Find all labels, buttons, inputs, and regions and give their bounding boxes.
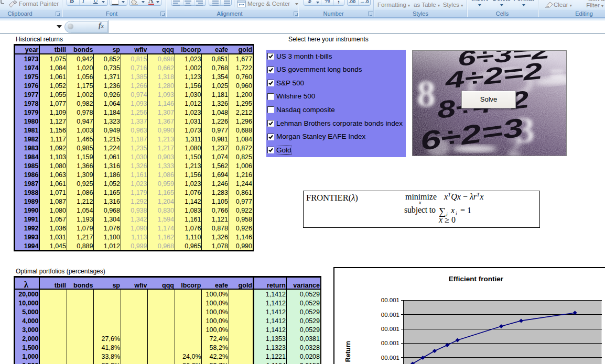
svg-text:1,156: 1,156 (50, 127, 66, 134)
svg-text:1,465: 1,465 (77, 136, 93, 143)
svg-text:gold: gold (239, 282, 252, 289)
svg-text:1,1412: 1,1412 (266, 326, 286, 334)
svg-text:1,071: 1,071 (50, 189, 66, 196)
svg-text:100,0%: 100,0% (206, 308, 228, 316)
svg-text:1,023: 1,023 (131, 180, 147, 187)
svg-text:1,311: 1,311 (185, 136, 201, 143)
svg-text:1,200: 1,200 (236, 91, 252, 98)
svg-text:1,110: 1,110 (185, 234, 201, 241)
svg-text:42,2%: 42,2% (210, 353, 228, 360)
svg-text:100,0%: 100,0% (206, 300, 228, 307)
svg-text:0,872: 0,872 (236, 145, 252, 152)
svg-text:1991: 1991 (24, 216, 39, 223)
svg-text:1,256: 1,256 (131, 109, 147, 116)
svg-text:0,500: 0,500 (22, 362, 38, 364)
svg-text:1976: 1976 (24, 82, 39, 90)
svg-text:1,076: 1,076 (185, 225, 201, 232)
svg-text:1,280: 1,280 (158, 82, 174, 90)
svg-text:x: x (450, 206, 455, 215)
svg-text:eafe: eafe (215, 282, 228, 289)
svg-text:x ≥ 0: x ≥ 0 (438, 215, 456, 224)
svg-text:0,960: 0,960 (236, 82, 252, 90)
svg-text:Return: Return (344, 341, 352, 362)
svg-text:1,064: 1,064 (104, 100, 120, 107)
svg-text:1,074: 1,074 (212, 153, 228, 161)
svg-text:1,337: 1,337 (131, 118, 147, 125)
svg-text:1,1323: 1,1323 (266, 344, 286, 351)
svg-text:0,968: 0,968 (158, 242, 174, 250)
svg-text:0,830: 0,830 (158, 207, 174, 214)
svg-text:1,127: 1,127 (50, 118, 66, 125)
svg-text:1984: 1984 (24, 153, 39, 161)
svg-text:0,999: 0,999 (131, 242, 147, 250)
svg-text:1983: 1983 (24, 145, 39, 152)
svg-text:0,922: 0,922 (236, 207, 252, 214)
svg-text:2,212: 2,212 (236, 109, 252, 116)
svg-text:1,342: 1,342 (131, 216, 147, 223)
svg-text:1,076: 1,076 (185, 189, 201, 196)
svg-text:1,103: 1,103 (50, 153, 66, 161)
svg-text:00.001: 00.001 (381, 326, 399, 332)
svg-text:1,121: 1,121 (212, 216, 228, 223)
svg-text:0,688: 0,688 (236, 127, 252, 134)
svg-text:2,000: 2,000 (22, 335, 38, 343)
svg-text:1,385: 1,385 (131, 73, 147, 81)
svg-text:1,213: 1,213 (185, 162, 201, 170)
svg-text:1,025: 1,025 (212, 82, 228, 90)
svg-text:1,1221: 1,1221 (266, 353, 286, 360)
svg-text:58,2%: 58,2% (210, 344, 228, 351)
svg-text:1,594: 1,594 (158, 216, 174, 223)
svg-text:1,084: 1,084 (50, 64, 66, 72)
svg-text:1,161: 1,161 (185, 216, 201, 223)
svg-text:1,307: 1,307 (158, 109, 174, 116)
svg-text:1,500: 1,500 (22, 344, 38, 351)
svg-text:1,283: 1,283 (212, 189, 228, 196)
svg-text:1,092: 1,092 (50, 145, 66, 152)
svg-text:00.001: 00.001 (381, 355, 399, 361)
svg-text:1,296: 1,296 (236, 118, 252, 125)
svg-text:1,186: 1,186 (104, 171, 120, 179)
svg-text:1,184: 1,184 (104, 109, 120, 116)
svg-text:1,215: 1,215 (104, 136, 120, 143)
svg-text:1,217: 1,217 (158, 145, 174, 152)
svg-text:1,146: 1,146 (158, 100, 174, 107)
svg-text:1987: 1987 (24, 180, 39, 187)
svg-text:1,023: 1,023 (185, 56, 201, 63)
svg-text:1,002: 1,002 (77, 91, 93, 98)
svg-text:1,093: 1,093 (131, 100, 147, 107)
svg-text:1,212: 1,212 (77, 198, 93, 205)
svg-text:1,174: 1,174 (158, 225, 174, 232)
svg-text:0,947: 0,947 (77, 118, 93, 125)
svg-text:1,677: 1,677 (236, 56, 252, 63)
svg-text:gold: gold (239, 46, 252, 53)
svg-text:1,012: 1,012 (104, 242, 120, 250)
svg-text:1,075: 1,075 (50, 56, 66, 63)
svg-text:1,100: 1,100 (104, 234, 120, 241)
svg-text:1979: 1979 (24, 109, 39, 116)
svg-text:1,086: 1,086 (158, 171, 174, 179)
svg-text:39,7%: 39,7% (210, 362, 228, 364)
svg-text:41,8%: 41,8% (102, 344, 120, 351)
svg-text:1,371: 1,371 (104, 73, 120, 81)
svg-text:1,061: 1,061 (50, 73, 66, 81)
svg-text:72,4%: 72,4% (210, 335, 228, 343)
svg-text:1,367: 1,367 (158, 118, 174, 125)
svg-text:tbill: tbill (55, 46, 66, 53)
svg-text:1,093: 1,093 (158, 91, 174, 98)
svg-text:1,000: 1,000 (22, 353, 38, 360)
svg-text:1,142: 1,142 (185, 198, 201, 205)
svg-text:wfiv: wfiv (134, 46, 147, 53)
svg-text:5,000: 5,000 (22, 308, 38, 316)
svg-text:1,562: 1,562 (212, 162, 228, 170)
svg-text:0,903: 0,903 (158, 153, 174, 161)
svg-text:0,0529: 0,0529 (300, 291, 320, 298)
svg-text:1,237: 1,237 (212, 145, 228, 152)
svg-text:1,216: 1,216 (236, 171, 252, 179)
svg-text:1,117: 1,117 (50, 136, 66, 143)
svg-text:1,326: 1,326 (212, 234, 228, 241)
svg-text:1,246: 1,246 (212, 180, 228, 187)
svg-text:1,057: 1,057 (50, 216, 66, 223)
svg-text:1,326: 1,326 (212, 100, 228, 107)
svg-text:0,958: 0,958 (236, 216, 252, 223)
svg-text:0,977: 0,977 (236, 198, 252, 205)
